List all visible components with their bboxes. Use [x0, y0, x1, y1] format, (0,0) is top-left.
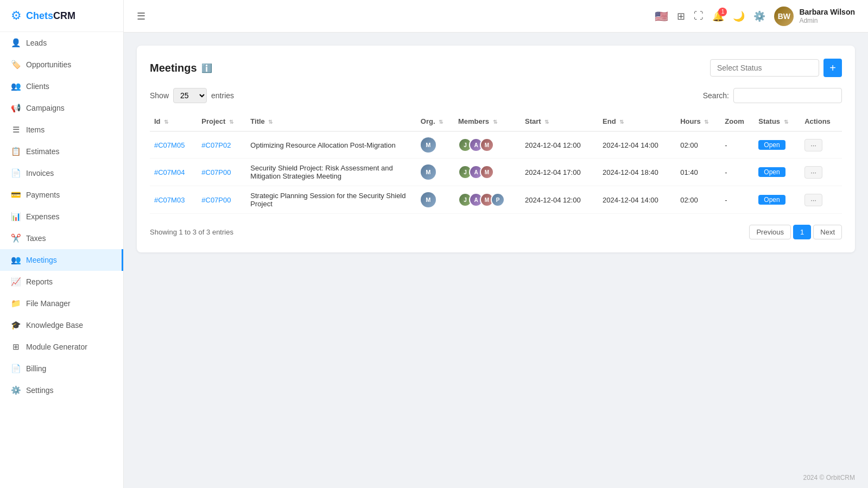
darkmode-icon[interactable]: 🌙 — [733, 10, 745, 22]
cell-end: 2024-12-04 14:00 — [598, 186, 676, 214]
cell-project: #C07P02 — [197, 131, 246, 159]
sidebar-item-knowledge-base[interactable]: 🎓 Knowledge Base — [0, 314, 123, 336]
cell-title: Optimizing Resource Allocation Post-Migr… — [246, 131, 416, 159]
hamburger-icon[interactable]: ☰ — [137, 10, 145, 22]
nav-label-expenses: Expenses — [26, 212, 59, 221]
logo-text: ChetsCRM — [26, 10, 75, 22]
cell-actions: ··· — [800, 131, 842, 159]
action-button[interactable]: ··· — [804, 166, 822, 179]
sidebar-item-module-generator[interactable]: ⊞ Module Generator — [0, 336, 123, 358]
meeting-id-link[interactable]: #C07M04 — [154, 168, 185, 176]
sidebar-item-items[interactable]: ☰ Items — [0, 119, 123, 141]
page-1-button[interactable]: 1 — [793, 225, 811, 239]
user-text: Barbara Wilson Admin — [799, 7, 855, 26]
content-area: Meetings ℹ️ + Show 25 10 50 100 — [124, 33, 868, 467]
page-title: Meetings — [150, 62, 197, 74]
member-avatar: M — [480, 138, 494, 152]
nav-label-billing: Billing — [26, 364, 46, 373]
status-select[interactable] — [710, 59, 819, 77]
project-link[interactable]: #C07P02 — [201, 141, 231, 149]
nav-icon-reports: 📈 — [11, 277, 21, 287]
status-badge: Open — [758, 195, 785, 205]
sidebar-item-invoices[interactable]: 📄 Invoices — [0, 162, 123, 184]
col-id[interactable]: Id ⇅ — [150, 112, 197, 131]
cell-org: M — [416, 131, 454, 159]
status-badge: Open — [758, 167, 785, 177]
action-button[interactable]: ··· — [804, 194, 822, 206]
nav-label-knowledge-base: Knowledge Base — [26, 321, 83, 329]
notification-icon[interactable]: 🔔 1 — [712, 10, 724, 22]
nav-icon-items: ☰ — [11, 125, 21, 135]
meeting-id-link[interactable]: #C07M03 — [154, 196, 185, 204]
cell-id: #C07M05 — [150, 131, 197, 159]
sidebar-item-estimates[interactable]: 📋 Estimates — [0, 141, 123, 162]
user-info[interactable]: BW Barbara Wilson Admin — [774, 7, 855, 26]
col-end[interactable]: End ⇅ — [598, 112, 676, 131]
project-link[interactable]: #C07P00 — [201, 196, 231, 204]
nav-label-items: Items — [26, 125, 45, 134]
cell-zoom: - — [720, 131, 754, 159]
cell-members: JAM — [454, 131, 521, 159]
sidebar-item-reports[interactable]: 📈 Reports — [0, 271, 123, 293]
col-org[interactable]: Org. ⇅ — [416, 112, 454, 131]
sidebar-item-campaigns[interactable]: 📢 Campaigns — [0, 97, 123, 119]
next-button[interactable]: Next — [813, 225, 842, 239]
cell-members: JAMP — [454, 186, 521, 214]
nav-icon-clients: 👥 — [11, 81, 21, 91]
col-project[interactable]: Project ⇅ — [197, 112, 246, 131]
col-members[interactable]: Members ⇅ — [454, 112, 521, 131]
search-input[interactable] — [733, 88, 842, 103]
grid-icon[interactable]: ⊞ — [677, 10, 685, 22]
nav-label-taxes: Taxes — [26, 234, 46, 243]
sidebar-item-clients[interactable]: 👥 Clients — [0, 75, 123, 97]
nav-icon-expenses: 📊 — [11, 212, 21, 221]
table-row: #C07M04 #C07P00 Security Shield Project:… — [150, 159, 842, 186]
nav-icon-file-manager: 📁 — [11, 299, 21, 308]
cell-org: M — [416, 186, 454, 214]
table-row: #C07M05 #C07P02 Optimizing Resource Allo… — [150, 131, 842, 159]
nav-label-clients: Clients — [26, 82, 49, 91]
col-title[interactable]: Title ⇅ — [246, 112, 416, 131]
meeting-id-link[interactable]: #C07M05 — [154, 141, 185, 149]
sidebar-item-expenses[interactable]: 📊 Expenses — [0, 206, 123, 227]
nav-label-reports: Reports — [26, 277, 53, 286]
col-zoom: Zoom — [720, 112, 754, 131]
sidebar-item-leads[interactable]: 👤 Leads — [0, 32, 123, 54]
sidebar-item-billing[interactable]: 📄 Billing — [0, 358, 123, 379]
cell-status: Open — [754, 131, 800, 159]
cell-hours: 02:00 — [676, 131, 720, 159]
col-hours[interactable]: Hours ⇅ — [676, 112, 720, 131]
sidebar-item-payments[interactable]: 💳 Payments — [0, 184, 123, 206]
user-role: Admin — [799, 17, 855, 26]
col-status[interactable]: Status ⇅ — [754, 112, 800, 131]
fullscreen-icon[interactable]: ⛶ — [694, 10, 704, 22]
cell-start: 2024-12-04 17:00 — [521, 159, 598, 186]
member-avatars: JAMP — [458, 193, 516, 207]
sidebar-item-taxes[interactable]: ✂️ Taxes — [0, 227, 123, 249]
nav-label-module-generator: Module Generator — [26, 343, 87, 351]
status-badge: Open — [758, 140, 785, 150]
nav-icon-settings: ⚙️ — [11, 385, 21, 395]
nav-label-estimates: Estimates — [26, 147, 59, 156]
sidebar-item-opportunities[interactable]: 🏷️ Opportunities — [0, 54, 123, 75]
cell-hours: 01:40 — [676, 159, 720, 186]
settings-icon[interactable]: ⚙️ — [753, 10, 765, 22]
previous-button[interactable]: Previous — [749, 225, 791, 239]
col-start[interactable]: Start ⇅ — [521, 112, 598, 131]
header-right: 🇺🇸 ⊞ ⛶ 🔔 1 🌙 ⚙️ BW Barbara Wilson Admin — [655, 7, 855, 26]
sidebar-item-meetings[interactable]: 👥 Meetings — [0, 249, 123, 271]
sidebar-item-settings[interactable]: ⚙️ Settings — [0, 379, 123, 401]
sidebar-item-file-manager[interactable]: 📁 File Manager — [0, 293, 123, 314]
member-avatars: JAM — [458, 138, 516, 152]
logo: ⚙ ChetsCRM — [0, 0, 123, 32]
cell-start: 2024-12-04 12:00 — [521, 131, 598, 159]
project-link[interactable]: #C07P00 — [201, 168, 231, 176]
cell-zoom: - — [720, 159, 754, 186]
info-icon[interactable]: ℹ️ — [201, 63, 212, 73]
entries-select[interactable]: 25 10 50 100 — [173, 88, 207, 103]
flag-icon[interactable]: 🇺🇸 — [655, 10, 668, 23]
table-row: #C07M03 #C07P00 Strategic Planning Sessi… — [150, 186, 842, 214]
action-button[interactable]: ··· — [804, 139, 822, 151]
member-avatars: JAM — [458, 165, 516, 179]
add-meeting-button[interactable]: + — [823, 59, 842, 77]
